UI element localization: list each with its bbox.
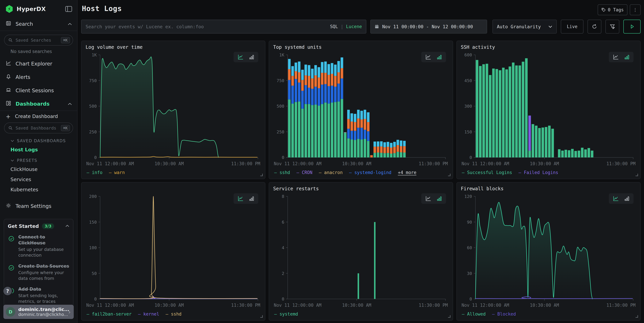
chart-canvas[interactable]: 02505007501KNov 11 12:00:00 AM10:30:00 A…	[273, 52, 448, 169]
line-chart-toggle-icon[interactable]	[425, 54, 432, 60]
legend-item[interactable]: — Successful Logins	[462, 170, 512, 175]
saved-dashboards-placeholder: Saved Dashboards	[16, 126, 58, 131]
legend-item[interactable]: — Failed Logins	[518, 170, 558, 175]
svg-text:10:30:00 AM: 10:30:00 AM	[154, 303, 184, 308]
legend-item[interactable]: — sshd	[274, 170, 290, 175]
run-query-button[interactable]	[623, 20, 640, 34]
chart-canvas[interactable]: 0306090120Nov 11 12:00:00 AM10:30:00 AM1…	[461, 193, 636, 310]
chart-type-toggle	[421, 193, 446, 204]
date-range-picker[interactable]: Nov 11 00:00:00 - Nov 12 00:00:00	[370, 20, 487, 34]
legend-item[interactable]: — sshd	[166, 311, 182, 316]
chevron-right-icon: ›	[68, 308, 71, 315]
chart-canvas[interactable]: 02505007501KNov 11 12:00:00 AM10:30:00 A…	[86, 52, 261, 169]
get-started-step-add-data[interactable]: Add Data Start sending logs, metrics, or…	[8, 286, 69, 304]
sidebar-preset-clickhouse[interactable]: ClickHouse	[0, 164, 77, 174]
bar-chart-toggle-icon[interactable]	[249, 196, 254, 201]
laptop-icon	[6, 87, 11, 94]
svg-text:11:30:00 PM: 11:30:00 PM	[419, 303, 448, 308]
line-chart-toggle-icon[interactable]	[237, 54, 244, 60]
get-started-title: Get Started	[8, 223, 39, 229]
line-chart-toggle-icon[interactable]	[612, 54, 619, 60]
presets-section-header[interactable]: PRESETS	[10, 158, 77, 163]
resize-handle[interactable]	[447, 173, 451, 177]
bar-chart-toggle-icon[interactable]	[436, 196, 442, 201]
bar-chart-toggle-icon[interactable]	[249, 54, 254, 60]
calendar-icon	[374, 24, 379, 29]
sidebar-dashboard-host-logs[interactable]: Host Logs	[0, 145, 77, 155]
sidebar-item-dashboards[interactable]: Dashboards	[0, 97, 77, 111]
legend-item[interactable]: — CRON	[296, 170, 312, 175]
svg-text:300: 300	[464, 104, 472, 109]
sidebar-item-chart-explorer[interactable]: Chart Explorer	[0, 57, 77, 70]
line-chart-toggle-icon[interactable]	[612, 196, 619, 201]
svg-text:10:30:00 AM: 10:30:00 AM	[342, 161, 371, 166]
legend-item[interactable]: — kernel	[138, 311, 159, 316]
svg-text:60: 60	[467, 245, 472, 250]
resize-handle[interactable]	[260, 173, 263, 177]
lucene-mode-toggle[interactable]: Lucene	[346, 24, 362, 29]
chevron-up-icon[interactable]	[65, 225, 69, 228]
page-title: Host Logs	[81, 5, 122, 13]
resize-handle[interactable]	[635, 314, 638, 318]
svg-text:500: 500	[89, 104, 97, 109]
line-chart-toggle-icon[interactable]	[425, 196, 432, 201]
sidebar-preset-kubernetes[interactable]: Kubernetes	[0, 185, 77, 195]
chart-panel-log-volume-over-time: Log volume over time02505007501KNov 11 1…	[81, 41, 265, 179]
brand-name: HyperDX	[16, 6, 62, 12]
chevron-up-icon	[68, 103, 72, 105]
get-started-step-sources[interactable]: Create Data Sources Configure where your…	[8, 263, 69, 281]
resize-handle[interactable]	[447, 314, 451, 318]
bar-chart-toggle-icon[interactable]	[436, 54, 442, 60]
legend-more[interactable]: +4 more	[398, 170, 416, 175]
legend-item[interactable]: — systemd-logind	[349, 170, 391, 175]
legend-item[interactable]: — systemd	[274, 311, 298, 316]
sql-mode-toggle[interactable]: SQL	[330, 24, 338, 29]
keyboard-shortcut-badge: ⌘K	[61, 37, 70, 43]
filter-button[interactable]	[606, 20, 619, 34]
legend-item[interactable]: — Allowed	[462, 311, 486, 316]
chart-canvas[interactable]: 050100150200Nov 11 12:00:00 AM10:30:00 A…	[86, 193, 261, 310]
sidebar-collapse-icon[interactable]	[65, 6, 72, 12]
live-button[interactable]: Live	[561, 20, 584, 34]
date-range-value: Nov 11 00:00:00 - Nov 12 00:00:00	[382, 24, 473, 29]
get-started-step-connect[interactable]: Connect to ClickHouse Set up your databa…	[8, 234, 69, 258]
sidebar-item-alerts[interactable]: Alerts	[0, 70, 77, 84]
events-search-input[interactable]	[86, 24, 327, 29]
chart-canvas[interactable]: 02468Nov 11 12:00:00 AM10:30:00 AM11:30:…	[273, 193, 448, 310]
saved-dashboards-section-header[interactable]: SAVED DASHBOARDS	[10, 138, 77, 143]
legend-item[interactable]: — warn	[109, 170, 125, 175]
refresh-button[interactable]	[588, 20, 602, 34]
sidebar-preset-services[interactable]: Services	[0, 174, 77, 185]
svg-text:4: 4	[282, 245, 284, 250]
legend-item[interactable]: — anacron	[319, 170, 343, 175]
user-menu[interactable]: D dominic.tran@clic... dominic.tran@clic…	[4, 305, 74, 319]
bar-chart-toggle-icon[interactable]	[624, 54, 630, 60]
svg-text:500: 500	[277, 104, 284, 109]
svg-text:200: 200	[89, 194, 97, 199]
get-started-progress-badge: 3/3	[42, 223, 54, 229]
legend-item[interactable]: — info	[86, 170, 102, 175]
legend-item[interactable]: — Blocked	[492, 311, 516, 316]
chart-canvas[interactable]: 0150300450600Nov 11 12:00:00 AM10:30:00 …	[461, 52, 636, 169]
resize-handle[interactable]	[260, 314, 263, 318]
sidebar-item-team-settings[interactable]: Team Settings	[0, 199, 77, 213]
granularity-select[interactable]: Auto Granularity	[492, 20, 557, 34]
line-chart-toggle-icon[interactable]	[237, 196, 244, 201]
legend-item[interactable]: — fail2ban-server	[86, 311, 132, 316]
chevron-down-icon	[10, 159, 14, 162]
more-options-button[interactable]: ⋮	[630, 5, 640, 15]
events-search: SQL | Lucene	[81, 20, 366, 34]
get-started-card: Get Started 3/3 Connect to ClickHouse Se…	[4, 219, 74, 309]
sidebar-item-search[interactable]: Search	[0, 17, 77, 31]
chart-panel-top-systemd-units: Top systemd units02505007501KNov 11 12:0…	[269, 41, 453, 179]
sidebar-item-client-sessions[interactable]: Client Sessions	[0, 84, 77, 97]
create-dashboard-button[interactable]: + Create Dashboard	[0, 111, 77, 121]
sidebar-item-label: Chart Explorer	[16, 61, 72, 67]
bar-chart-toggle-icon[interactable]	[624, 196, 630, 201]
help-button[interactable]: ?	[3, 286, 12, 296]
search-icon	[8, 38, 13, 43]
saved-searches-input[interactable]: Saved Searches ⌘K	[4, 35, 73, 46]
tags-button[interactable]: 0 Tags	[598, 5, 628, 15]
saved-dashboards-input[interactable]: Saved Dashboards ⌘K	[4, 123, 73, 133]
resize-handle[interactable]	[635, 173, 638, 177]
